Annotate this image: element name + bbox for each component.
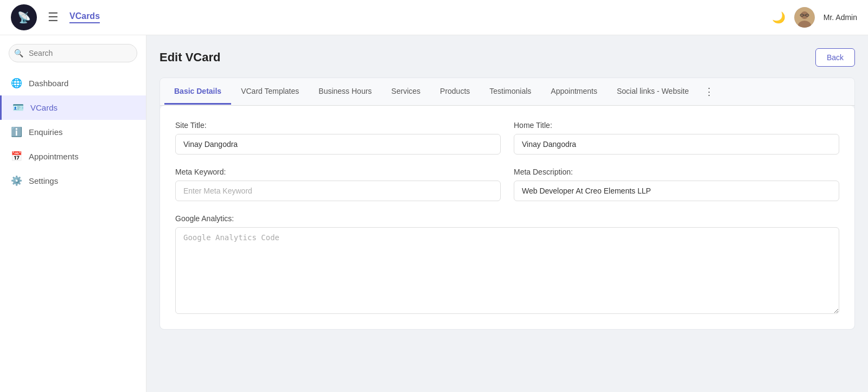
- tab-social-links[interactable]: Social links - Website: [607, 79, 699, 105]
- meta-description-label: Meta Description:: [514, 168, 839, 176]
- content-area: Basic Details VCard Templates Business H…: [159, 78, 855, 330]
- tab-basic-details[interactable]: Basic Details: [164, 79, 231, 105]
- sidebar-item-dashboard[interactable]: 🌐 Dashboard: [0, 71, 146, 95]
- appointments-icon: 📅: [11, 151, 22, 162]
- sidebar: 🔍 🌐 Dashboard 🪪 VCards ℹ️ Enquiries 📅 Ap…: [0, 35, 146, 392]
- tab-services[interactable]: Services: [381, 79, 430, 105]
- google-analytics-textarea[interactable]: [175, 227, 839, 314]
- form-row-analytics: Google Analytics:: [175, 214, 839, 314]
- form-group-google-analytics: Google Analytics:: [175, 214, 839, 314]
- search-input[interactable]: [9, 44, 137, 62]
- form-row-meta: Meta Keyword: Meta Description:: [175, 168, 839, 201]
- meta-keyword-input[interactable]: [175, 181, 501, 201]
- tabs-bar: Basic Details VCard Templates Business H…: [160, 78, 854, 106]
- back-button[interactable]: Back: [815, 48, 855, 67]
- sidebar-item-appointments[interactable]: 📅 Appointments: [0, 144, 146, 169]
- logo-icon: 📡: [17, 11, 31, 24]
- sidebar-item-enquiries[interactable]: ℹ️ Enquiries: [0, 120, 146, 144]
- settings-icon: ⚙️: [11, 175, 22, 187]
- sidebar-item-vcards[interactable]: 🪪 VCards: [0, 95, 146, 120]
- sidebar-item-label: Dashboard: [29, 79, 68, 88]
- meta-description-input[interactable]: [514, 181, 839, 201]
- sidebar-item-settings[interactable]: ⚙️ Settings: [0, 169, 146, 193]
- sidebar-item-label: Appointments: [29, 152, 79, 161]
- tab-testimonials[interactable]: Testimonials: [480, 79, 541, 105]
- sidebar-item-label: VCards: [30, 103, 58, 112]
- site-title-input[interactable]: [175, 134, 501, 155]
- sidebar-item-label: Enquiries: [29, 127, 63, 137]
- admin-name-label: Mr. Admin: [824, 13, 857, 22]
- tab-appointments[interactable]: Appointments: [541, 79, 607, 105]
- tab-business-hours[interactable]: Business Hours: [309, 79, 381, 105]
- tab-products[interactable]: Products: [430, 79, 480, 105]
- home-title-input[interactable]: [514, 134, 839, 155]
- form-group-meta-keyword: Meta Keyword:: [175, 168, 501, 201]
- form-group-home-title: Home Title:: [514, 121, 839, 155]
- form-row-titles: Site Title: Home Title:: [175, 121, 839, 155]
- meta-keyword-label: Meta Keyword:: [175, 168, 501, 176]
- enquiries-icon: ℹ️: [11, 126, 22, 138]
- dashboard-icon: 🌐: [11, 78, 22, 89]
- vcards-icon: 🪪: [12, 102, 24, 113]
- search-wrap: 🔍: [0, 44, 146, 71]
- tab-vcard-templates[interactable]: VCard Templates: [231, 79, 309, 105]
- sidebar-item-label: Settings: [29, 176, 58, 185]
- form-group-site-title: Site Title:: [175, 121, 501, 155]
- form-card: Site Title: Home Title: Meta Keyword: Me…: [160, 106, 854, 329]
- form-group-meta-description: Meta Description:: [514, 168, 839, 201]
- home-title-label: Home Title:: [514, 121, 839, 130]
- moon-icon[interactable]: 🌙: [772, 11, 786, 24]
- hamburger-icon[interactable]: ☰: [48, 10, 59, 24]
- page-title: Edit VCard: [159, 50, 220, 65]
- page-header: Edit VCard Back: [159, 48, 855, 67]
- more-tabs-icon[interactable]: ⋮: [699, 78, 719, 105]
- google-analytics-label: Google Analytics:: [175, 214, 839, 223]
- site-title-label: Site Title:: [175, 121, 501, 130]
- nav-title: VCards: [69, 11, 100, 23]
- logo: 📡: [11, 4, 37, 30]
- search-icon: 🔍: [14, 49, 23, 57]
- header-right: 🌙 Mr. Admin: [772, 7, 857, 28]
- avatar: [794, 7, 815, 28]
- top-header: 📡 ☰ VCards 🌙 Mr. Admin: [0, 0, 868, 35]
- main-content: Edit VCard Back Basic Details VCard Temp…: [146, 35, 868, 392]
